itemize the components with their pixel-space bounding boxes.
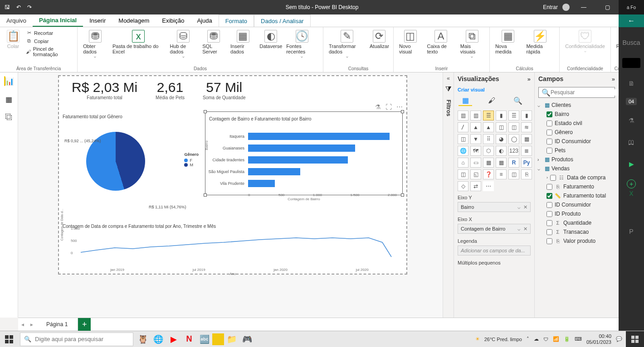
ext-flask-icon[interactable]: ⚗ [626,114,637,127]
field-faturamento-total[interactable]: 📏Faturamento total [537,191,617,200]
viz-build-tab[interactable]: Criar visual [454,85,534,94]
line-chart-visual[interactable]: Contagem de Data de compra e Faturamento… [63,221,403,271]
field-bairro[interactable]: Bairro [537,110,617,119]
viz-stacked-column[interactable]: ▥ [470,111,481,120]
weather-text[interactable]: 26°C Pred. limpo [484,337,522,342]
viz-key-influencers[interactable]: ◫ [458,169,468,179]
undo-icon[interactable]: ↶ [16,4,21,10]
kpi-pets[interactable]: 2,61Média de Pets [156,80,185,100]
ext-excel-icon[interactable]: x [629,188,634,198]
text-box-button[interactable]: ACaixa de texto [425,29,457,66]
bar-chart-visual[interactable]: Contagem de Bairro e Faturamento total p… [205,111,403,195]
model-view-icon[interactable]: ⿻ [4,112,14,122]
get-data-button[interactable]: ⛃Obter dados⌵ [81,29,109,66]
viz-power-apps[interactable]: ◇ [458,181,468,191]
field-data-compra[interactable]: ›☷Data de compra [537,173,617,182]
fields-search[interactable]: 🔍 [538,87,615,98]
back-arrow-icon[interactable]: ← [619,14,644,27]
tray-battery-icon[interactable]: 🔋 [564,336,570,342]
ext-plus-icon[interactable]: + [627,179,636,188]
new-visual-button[interactable]: ◫Novo visual [397,29,423,66]
viz-python[interactable]: Py [521,158,532,168]
report-view-icon[interactable]: 📊 [4,76,14,86]
ext-doc-icon[interactable]: 🗎 [625,77,637,90]
field-valor-produto[interactable]: ⎘Valor produto [537,236,617,246]
analytics-tab-icon[interactable]: 🔍 [511,95,525,106]
ext-badge[interactable]: 04 [626,98,637,105]
chevron-down-icon[interactable]: ⌵ [517,204,521,210]
field-estado-civil[interactable]: Estado civil [537,119,617,128]
field-faturamento[interactable]: ⎘Faturamento [537,182,617,191]
taskbar-cortana-icon[interactable]: 🦉 [135,332,151,347]
resize-handle[interactable] [204,193,207,197]
recent-sources-button[interactable]: 🕓Fontes recentes⌵ [284,29,319,66]
transform-data-button[interactable]: ✎Transformar dados⌵ [327,29,367,66]
add-page-button[interactable]: + [78,318,91,331]
report-canvas[interactable]: R$ 2,03 MiFaturamento total 2,61Média de… [18,72,454,318]
more-options-icon[interactable]: ⋯ [396,103,403,111]
viz-stacked-bar[interactable]: ▥ [458,111,468,120]
viz-narrative[interactable]: ≡ [496,169,507,179]
notifications-icon[interactable]: 💬 [616,336,622,342]
menu-model[interactable]: Modelagem [112,14,156,27]
resize-handle[interactable] [401,110,404,113]
well-axis-x[interactable]: Contagem de Bairro⌵✕ [458,224,531,234]
report-page[interactable]: R$ 2,03 MiFaturamento total 2,61Média de… [58,75,407,275]
signin-link[interactable]: Entrar [543,4,558,10]
menu-data[interactable]: Dados / Analisar [254,14,311,27]
ext-p-label[interactable]: P [626,225,636,238]
tray-keyboard-icon[interactable]: ⌨ [575,336,582,342]
enter-data-button[interactable]: ▦Inserir dados [229,29,257,66]
taskbar-netflix-icon[interactable]: N [181,332,197,347]
page-prev-icon[interactable]: ◄ [18,318,27,331]
viz-area[interactable]: ▲ [470,122,481,132]
refresh-button[interactable]: ⟳Atualizar [369,29,390,66]
avatar-icon[interactable] [562,4,570,11]
ext-dark-icon[interactable] [622,58,640,68]
viz-goals[interactable]: ◫ [508,169,519,179]
system-clock[interactable]: 00:4005/01/2023 [586,333,611,344]
remove-field-icon[interactable]: ✕ [523,204,527,210]
menu-insert[interactable]: Inserir [83,14,112,27]
menu-help[interactable]: Ajuda [190,14,218,27]
taskbar-translate-icon[interactable]: 🔤 [197,332,212,347]
viz-card[interactable]: 123 [508,146,519,156]
maximize-icon[interactable]: ▢ [598,0,617,14]
viz-r[interactable]: R [508,158,519,168]
remove-field-icon[interactable]: ✕ [523,226,527,232]
viz-table[interactable]: ▦ [483,158,494,168]
ext-play-icon[interactable]: ▶ [626,158,637,170]
resize-handle[interactable] [204,110,207,113]
menu-file[interactable]: Arquivo [0,14,33,27]
table-vendas[interactable]: ⌵▦Vendas [537,164,617,173]
viz-decomp[interactable]: ◱ [470,169,481,179]
viz-100-bar[interactable]: ☰ [508,111,519,120]
weather-icon[interactable]: ☀ [475,336,480,342]
ext-app-icon[interactable]: a Fo [619,0,644,14]
tray-onedrive-icon[interactable]: ☁ [534,336,539,342]
field-id-produto[interactable]: ID Produto [537,209,617,218]
viz-map[interactable]: 🌐 [458,146,468,156]
copy-button[interactable]: ⧉Copiar [26,38,72,44]
focus-mode-icon[interactable]: ⛶ [385,103,392,111]
quick-measure-button[interactable]: ⚡Medida rápida [524,29,556,66]
viz-automate[interactable]: ⇄ [470,181,481,191]
resize-handle[interactable] [401,193,404,197]
chevron-down-icon[interactable]: ⌵ [517,226,521,232]
redo-icon[interactable]: ↷ [27,4,32,10]
start-button[interactable] [0,331,18,347]
well-legend[interactable]: Adicionar os campos de da... [458,246,531,255]
viz-line-column[interactable]: ◫ [496,122,507,132]
taskbar-app-icon[interactable]: 🎮 [239,332,255,347]
viz-waterfall[interactable]: ◫ [458,134,468,144]
field-transacao[interactable]: ΣTransacao [537,227,617,236]
table-clientes[interactable]: ⌵▦Clientes [537,101,617,110]
excel-button[interactable]: xPasta de trabalho do Excel [111,29,166,66]
viz-funnel[interactable]: ▼ [470,134,481,144]
taskbar-chrome-icon[interactable]: 🌐 [151,332,166,347]
tray-wifi-icon[interactable]: 📶 [553,336,559,342]
build-visual-tab-icon[interactable]: ▦ [459,95,472,106]
viz-clustered-bar[interactable]: ☰ [483,111,494,120]
save-icon[interactable]: 🖫 [5,4,10,10]
dataverse-button[interactable]: ◐Dataverse [259,29,283,66]
